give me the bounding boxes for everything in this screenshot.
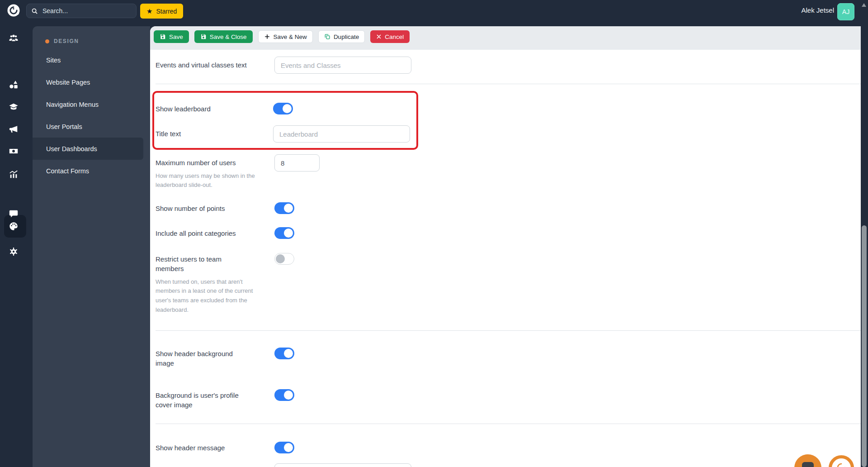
- sidebar-item-label: Contact Forms: [46, 167, 89, 175]
- field-label: Title text: [156, 125, 244, 139]
- avatar[interactable]: AJ: [837, 3, 854, 20]
- palette-icon: [9, 221, 19, 231]
- form-row-show-leaderboard: Show leaderboard: [156, 100, 416, 114]
- sidebar-item-sites[interactable]: Sites: [33, 49, 150, 71]
- search-input[interactable]: [42, 7, 125, 15]
- avatar-initials: AJ: [842, 8, 849, 15]
- duplicate-button[interactable]: Duplicate: [318, 30, 365, 43]
- show-points-toggle[interactable]: [274, 202, 294, 214]
- events-text-input[interactable]: [274, 57, 411, 74]
- toggle-knob: [284, 349, 293, 358]
- user-name: Alek Jetsel: [801, 6, 834, 14]
- copy-icon: [324, 33, 330, 40]
- close-icon: [376, 34, 382, 39]
- sidebar-item-contact-forms[interactable]: Contact Forms: [33, 160, 150, 182]
- save-icon: [160, 33, 166, 40]
- scrollbar-up-arrow-icon[interactable]: [862, 3, 866, 7]
- sidebar-item-user-portals[interactable]: User Portals: [33, 115, 150, 138]
- show-leaderboard-toggle[interactable]: [273, 103, 293, 114]
- sidebar-item-reports[interactable]: [0, 164, 27, 184]
- toggle-knob: [284, 229, 293, 238]
- main-content: Save Save & Close Save & New Duplicate C…: [150, 26, 861, 467]
- search-icon: [31, 8, 38, 14]
- field-label: Show leaderboard: [156, 100, 244, 114]
- sidebar-item-label: User Dashboards: [46, 145, 97, 152]
- sidebar-item-label: User Portals: [46, 123, 82, 130]
- field-label: Header message text: [156, 463, 244, 467]
- cancel-button[interactable]: Cancel: [370, 30, 410, 43]
- scrollbar-thumb[interactable]: [862, 225, 867, 467]
- form-row-show-header-message: Show header message: [156, 439, 861, 453]
- divider: [156, 84, 861, 84]
- sidebar-item-education[interactable]: [0, 97, 27, 117]
- save-and-close-label: Save & Close: [210, 33, 247, 40]
- save-and-close-button[interactable]: Save & Close: [194, 30, 253, 43]
- save-icon: [200, 33, 207, 40]
- form-row-show-points: Show number of points: [156, 200, 861, 214]
- toggle-knob: [276, 254, 285, 263]
- save-and-new-button[interactable]: Save & New: [258, 30, 313, 43]
- field-label: Events and virtual classes text: [156, 57, 273, 70]
- form-row-header-message-text: Header message text Use {name} to insert…: [156, 463, 861, 467]
- duplicate-label: Duplicate: [334, 33, 359, 40]
- save-label: Save: [169, 33, 183, 40]
- shapes-icon: [9, 80, 19, 90]
- sidebar-item-label: Sites: [46, 57, 61, 64]
- restrict-team-toggle[interactable]: [274, 253, 294, 265]
- sidebar-item-user-dashboards[interactable]: User Dashboards: [33, 138, 143, 160]
- sidebar-item-content[interactable]: [0, 75, 27, 95]
- sidebar-item-website-pages[interactable]: Website Pages: [33, 71, 150, 93]
- include-categories-toggle[interactable]: [274, 227, 294, 239]
- sidebar-item-label: Navigation Menus: [46, 101, 99, 108]
- sidebar-item-people[interactable]: [0, 28, 27, 48]
- form-row-include-categories: Include all point categories: [156, 225, 861, 239]
- settings-form: Events and virtual classes text Show lea…: [150, 50, 861, 467]
- users-group-icon: [9, 33, 19, 43]
- section-label: DESIGN: [54, 38, 79, 44]
- save-and-new-label: Save & New: [274, 33, 307, 40]
- graduation-cap-icon: [9, 102, 19, 112]
- starred-button[interactable]: ★ Starred: [140, 4, 183, 19]
- toggle-knob: [284, 204, 293, 213]
- field-label: Show header background image: [156, 345, 244, 368]
- form-row-show-header-bg: Show header background image: [156, 345, 861, 368]
- icon-rail: [0, 21, 27, 467]
- form-row-bg-profile-cover: Background is user's profile cover image: [156, 387, 861, 410]
- sidebar-section-header: DESIGN: [33, 26, 150, 49]
- sidebar-item-design[interactable]: [0, 216, 27, 236]
- field-label: Maximum number of users: [156, 154, 244, 168]
- gear-icon: [9, 247, 19, 257]
- star-icon: ★: [146, 8, 152, 14]
- app-logo-elephant-icon[interactable]: [5, 2, 22, 19]
- sidebar-item-marketing[interactable]: [0, 119, 27, 139]
- field-label: Show header message: [156, 439, 244, 453]
- field-help-text: How many users may be shown in the leade…: [156, 172, 268, 191]
- toggle-knob: [284, 443, 293, 452]
- toggle-knob: [283, 104, 292, 113]
- header-message-input[interactable]: [274, 463, 411, 467]
- save-button[interactable]: Save: [154, 30, 189, 43]
- megaphone-icon: [9, 124, 19, 134]
- show-header-message-toggle[interactable]: [274, 442, 294, 453]
- show-header-bg-toggle[interactable]: [274, 348, 294, 359]
- bg-profile-cover-toggle[interactable]: [274, 389, 294, 401]
- form-row-max-users: Maximum number of users How many users m…: [156, 154, 861, 190]
- field-label: Background is user's profile cover image: [156, 387, 244, 410]
- max-users-input[interactable]: [274, 154, 320, 172]
- field-label: Restrict users to team members: [156, 251, 244, 273]
- toggle-knob: [284, 391, 293, 400]
- sidebar-item-label: Website Pages: [46, 79, 90, 86]
- chart-icon: [9, 169, 19, 179]
- field-help-text: When turned on, users that aren't member…: [156, 277, 268, 315]
- action-toolbar: Save Save & Close Save & New Duplicate C…: [150, 26, 861, 50]
- elephant-logo-icon: [835, 461, 848, 467]
- divider: [156, 424, 861, 424]
- form-row-restrict-team: Restrict users to team members When turn…: [156, 251, 861, 315]
- title-text-input[interactable]: [273, 125, 410, 143]
- chat-bubble-icon: [802, 462, 814, 467]
- sidebar-item-settings[interactable]: [0, 242, 27, 262]
- sidebar-item-navigation-menus[interactable]: Navigation Menus: [33, 93, 150, 115]
- form-row-title-text: Title text: [156, 125, 416, 143]
- section-dot-icon: [45, 39, 49, 43]
- sidebar-item-billing[interactable]: [0, 141, 27, 161]
